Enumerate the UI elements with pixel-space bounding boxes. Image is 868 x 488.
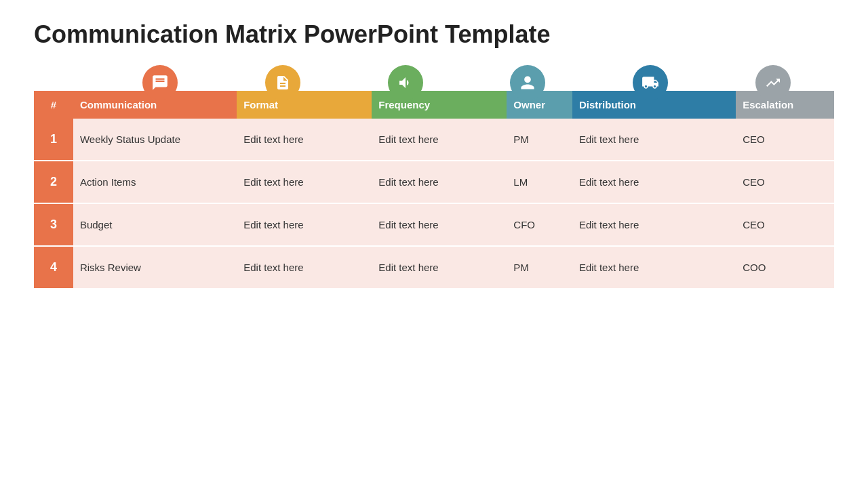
header-num: # [34,91,73,119]
row-2-num[interactable]: 2 [34,161,73,203]
distribution-icon-cell [589,65,712,91]
matrix-container: # Communication Format Frequency Owner D… [34,65,834,289]
row-2-escalation[interactable]: CEO [736,161,834,203]
page-title: Communication Matrix PowerPoint Template [34,20,834,49]
row-1-num[interactable]: 1 [34,119,73,161]
row-3-escalation[interactable]: CEO [736,203,834,246]
icon-row [34,65,834,91]
row-3-format[interactable]: Edit text here [237,203,372,246]
row-1-format[interactable]: Edit text here [237,119,372,161]
row-4-escalation[interactable]: COO [736,246,834,289]
row-1-escalation[interactable]: CEO [736,119,834,161]
row-3-owner[interactable]: CFO [507,203,572,246]
communication-icon-cell [99,65,222,91]
frequency-icon [388,65,423,100]
frequency-icon-cell [344,65,467,91]
row-4-communication[interactable]: Risks Review [73,246,237,289]
row-4-num[interactable]: 4 [34,246,73,289]
owner-icon [510,65,545,100]
row-4-owner[interactable]: PM [507,246,572,289]
header-frequency: Frequency [372,91,507,119]
row-3-distribution[interactable]: Edit text here [572,203,736,246]
header-format: Format [237,91,372,119]
row-3-frequency[interactable]: Edit text here [372,203,507,246]
communication-icon [142,65,178,100]
table-row: 3BudgetEdit text hereEdit text hereCFOEd… [34,203,834,246]
table-row: 1Weekly Status UpdateEdit text hereEdit … [34,119,834,161]
owner-icon-cell [467,65,589,91]
row-3-num[interactable]: 3 [34,203,73,246]
row-1-owner[interactable]: PM [507,119,572,161]
matrix-table: # Communication Format Frequency Owner D… [34,91,834,289]
row-3-communication[interactable]: Budget [73,203,237,246]
escalation-icon-cell [711,65,834,91]
escalation-icon [755,65,791,100]
row-2-frequency[interactable]: Edit text here [372,161,507,203]
distribution-icon [633,65,668,100]
row-1-distribution[interactable]: Edit text here [572,119,736,161]
row-2-communication[interactable]: Action Items [73,161,237,203]
row-2-distribution[interactable]: Edit text here [572,161,736,203]
row-4-format[interactable]: Edit text here [237,246,372,289]
row-1-communication[interactable]: Weekly Status Update [73,119,237,161]
format-icon [265,65,300,100]
row-4-distribution[interactable]: Edit text here [572,246,736,289]
format-icon-cell [222,65,344,91]
row-1-frequency[interactable]: Edit text here [372,119,507,161]
table-row: 2Action ItemsEdit text hereEdit text her… [34,161,834,203]
row-2-format[interactable]: Edit text here [237,161,372,203]
row-4-frequency[interactable]: Edit text here [372,246,507,289]
table-row: 4Risks ReviewEdit text hereEdit text her… [34,246,834,289]
row-2-owner[interactable]: LM [507,161,572,203]
